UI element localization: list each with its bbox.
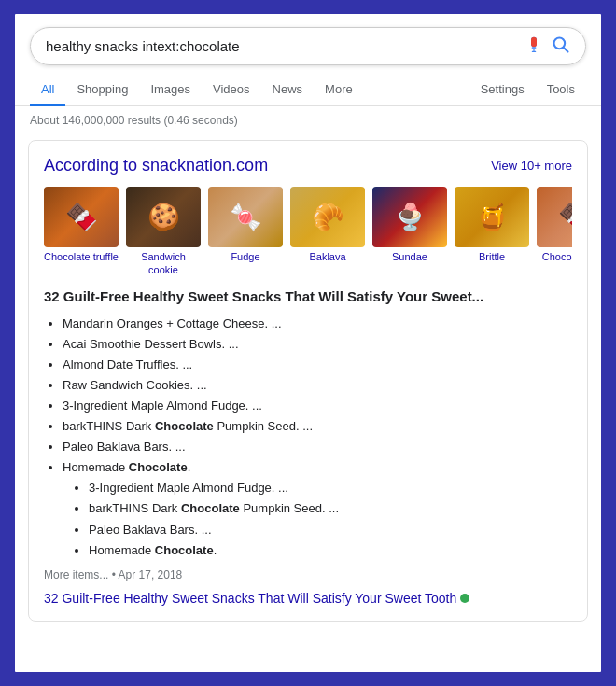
gallery-item-fudge[interactable]: Fudge [208,187,283,277]
article-heading: 32 Guilt-Free Healthy Sweet Snacks That … [44,288,572,304]
gallery-item-brittle[interactable]: Brittle [455,187,529,277]
gallery-image-fudge [208,187,283,247]
sub-list-item: 3-Ingredient Maple Almond Fudge. ... [89,478,572,498]
microphone-icon[interactable] [525,36,542,56]
result-card: According to snacknation.com View 10+ mo… [28,140,588,622]
search-submit-icon[interactable] [552,35,570,57]
gallery-label-baklava: Baklava [309,250,345,263]
list-item: Almond Date Truffles. ... [63,355,572,375]
gallery-label-sundae: Sundae [392,250,427,263]
list-item: 3-Ingredient Maple Almond Fudge. ... [63,396,572,416]
nav-left: All Shopping Images Videos News More [30,75,469,105]
browser-window: healthy snacks intext:chocolate [12,11,604,675]
tab-settings[interactable]: Settings [469,75,536,106]
results-info: About 146,000,000 results (0.46 seconds) [15,106,601,134]
tab-shopping[interactable]: Shopping [65,75,139,106]
tab-images[interactable]: Images [139,75,202,106]
search-icons [525,35,570,57]
sub-list-item: Paleo Baklava Bars. ... [89,520,572,540]
gallery-image-choc-truffle [44,187,119,247]
gallery-item-choc-bar[interactable]: Chocolate bar [537,187,572,277]
view-more-link[interactable]: View 10+ more [491,159,572,173]
bottom-link-text: 32 Guilt-Free Healthy Sweet Snacks That … [44,591,456,606]
tab-videos[interactable]: Videos [202,75,261,106]
search-box[interactable]: healthy snacks intext:chocolate [30,27,586,65]
tab-news[interactable]: News [261,75,315,106]
gallery-image-choc-bar [537,187,572,247]
svg-rect-1 [531,49,537,49]
sub-list-item: Homemade Chocolate. [89,540,572,561]
gallery-label-brittle: Brittle [479,250,505,263]
gallery-label-choc-bar: Chocolate bar [542,250,572,263]
tab-tools[interactable]: Tools [536,75,586,106]
more-items: More items... • Apr 17, 2018 [44,568,572,581]
result-list: Mandarin Oranges + Cottage Cheese. ... A… [44,314,572,561]
gallery-label-choc-truffle: Chocolate truffle [44,250,119,263]
gallery-item-sundae[interactable]: Sundae [372,187,447,277]
bottom-result-link[interactable]: 32 Guilt-Free Healthy Sweet Snacks That … [44,591,572,606]
green-dot-icon [460,594,469,603]
svg-rect-3 [532,51,537,52]
gallery-item-baklava[interactable]: Baklava [290,187,365,277]
gallery-label-fudge: Fudge [231,250,259,263]
gallery-image-brittle [455,187,529,247]
gallery-label-sandwich: Sandwich cookie [126,250,201,277]
gallery-item-choc-truffle[interactable]: Chocolate truffle [44,187,119,277]
nav-right: Settings Tools [469,75,586,105]
according-to-title[interactable]: According to snacknation.com [44,156,268,175]
svg-rect-0 [532,47,537,49]
list-item: Mandarin Oranges + Cottage Cheese. ... [63,314,572,334]
list-item: barkTHINS Dark Chocolate Pumpkin Seed. .… [63,416,572,437]
search-query-text: healthy snacks intext:chocolate [46,38,240,54]
nav-tabs: All Shopping Images Videos News More Set… [15,69,601,106]
sub-list: 3-Ingredient Maple Almond Fudge. ... bar… [63,478,572,560]
sub-list-item: barkTHINS Dark Chocolate Pumpkin Seed. .… [89,498,572,519]
according-to-header: According to snacknation.com View 10+ mo… [44,156,572,175]
tab-all[interactable]: All [30,75,65,106]
search-bar-area: healthy snacks intext:chocolate [15,14,601,65]
list-item: Acai Smoothie Dessert Bowls. ... [63,334,572,355]
list-item: Raw Sandwich Cookies. ... [63,375,572,396]
image-gallery: Chocolate truffle Sandwich cookie Fudge … [44,187,572,277]
gallery-image-baklava [290,187,365,247]
list-item: Paleo Baklava Bars. ... [63,437,572,457]
gallery-image-sandwich [126,187,201,247]
list-item: Homemade Chocolate. 3-Ingredient Maple A… [63,457,572,560]
svg-line-5 [564,48,568,52]
gallery-item-sandwich-cookie[interactable]: Sandwich cookie [126,187,201,277]
tab-more[interactable]: More [314,75,364,106]
gallery-image-sundae [372,187,447,247]
